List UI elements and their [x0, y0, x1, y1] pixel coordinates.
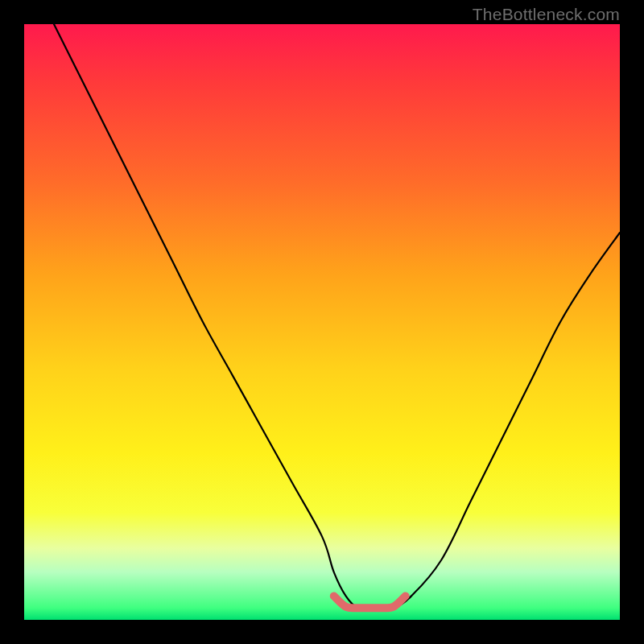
bottleneck-curve-path — [54, 24, 620, 609]
optimal-zone-path — [334, 596, 406, 608]
chart-svg — [24, 24, 620, 620]
chart-frame: TheBottleneck.com — [0, 0, 644, 644]
watermark-text: TheBottleneck.com — [473, 5, 620, 24]
chart-plot-area — [24, 24, 620, 620]
